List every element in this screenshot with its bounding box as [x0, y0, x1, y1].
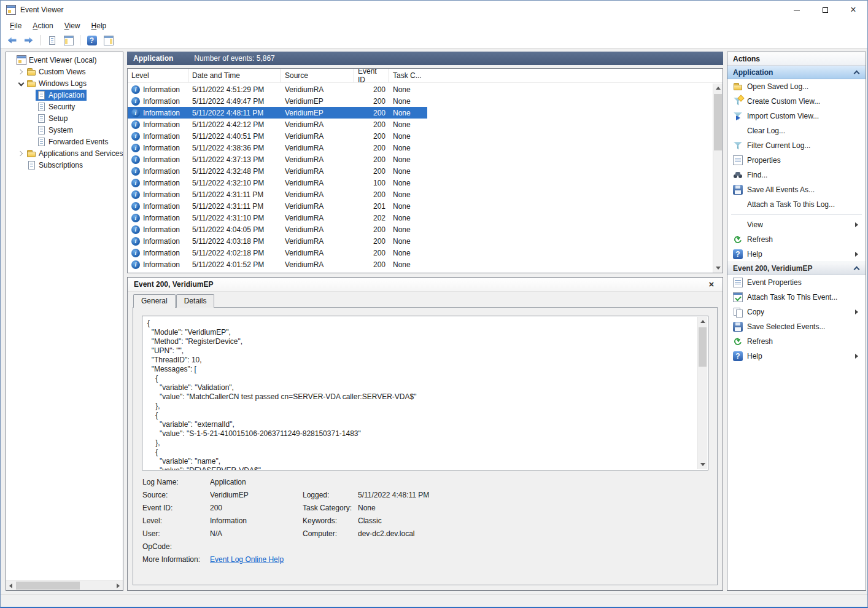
event-row[interactable]: Information5/11/2022 4:01:52 PMVeridiumR…: [128, 259, 427, 270]
tree-item-forwarded-events[interactable]: Forwarded Events: [6, 136, 123, 147]
menu-help[interactable]: Help: [86, 20, 112, 32]
scroll-left-arrow-icon[interactable]: [6, 581, 16, 590]
event-row[interactable]: Information5/11/2022 4:38:36 PMVeridiumR…: [128, 142, 427, 154]
tree-item-windows-logs[interactable]: Windows Logs: [6, 77, 123, 89]
event-row[interactable]: Information5/11/2022 4:03:18 PMVeridiumR…: [128, 235, 427, 247]
tree-item-custom-views[interactable]: Custom Views: [6, 66, 123, 77]
console-tree-button[interactable]: [61, 34, 76, 47]
event-row[interactable]: Information5/11/2022 4:37:13 PMVeridiumR…: [128, 154, 427, 165]
tree-item-application[interactable]: Application: [6, 89, 123, 101]
tree-item-subscriptions[interactable]: Subscriptions: [6, 159, 123, 171]
menu-view[interactable]: View: [59, 20, 86, 32]
action-filter-current-log[interactable]: Filter Current Log...: [727, 138, 866, 153]
action-clear-log[interactable]: Clear Log...: [727, 123, 866, 138]
tree-item-applications-and-services-lo[interactable]: Applications and Services Lo: [6, 147, 123, 159]
back-button[interactable]: [4, 34, 20, 47]
scrollbar-thumb[interactable]: [714, 94, 722, 150]
import-view-icon: [733, 111, 743, 121]
minimize-button[interactable]: [783, 1, 811, 19]
event-row[interactable]: Information5/11/2022 4:40:51 PMVeridiumR…: [128, 130, 427, 142]
action-item-label: Clear Log...: [747, 127, 785, 135]
tree-item-event-viewer-local[interactable]: Event Viewer (Local): [6, 54, 123, 66]
action-attach-task-to-this-event[interactable]: Attach Task To This Event...: [727, 290, 866, 305]
actions-section-application[interactable]: Application: [727, 66, 866, 79]
event-row[interactable]: Information5/11/2022 4:31:10 PMVeridiumR…: [128, 212, 427, 224]
event-row[interactable]: Information5/11/2022 4:31:11 PMVeridiumR…: [128, 200, 427, 212]
scroll-down-arrow-icon[interactable]: [698, 459, 707, 469]
action-attach-a-task-to-this-log[interactable]: Attach a Task To this Log...: [727, 197, 866, 212]
event-list-scrollbar[interactable]: [713, 84, 723, 273]
action-refresh[interactable]: Refresh: [727, 232, 866, 247]
properties-icon: [733, 278, 743, 287]
info-icon: [131, 97, 140, 106]
scrollbar-thumb[interactable]: [16, 582, 80, 590]
event-row[interactable]: Information5/11/2022 4:48:11 PMVeridiumE…: [128, 107, 427, 119]
scroll-right-arrow-icon[interactable]: [113, 581, 123, 590]
action-find[interactable]: Find...: [727, 168, 866, 182]
column-header-task-c[interactable]: Task C...: [389, 69, 427, 82]
action-properties[interactable]: Properties: [727, 153, 866, 168]
close-icon: [850, 5, 856, 15]
help-button[interactable]: [84, 34, 99, 47]
action-event-properties[interactable]: Event Properties: [727, 275, 866, 290]
scrollbar-thumb[interactable]: [699, 327, 707, 367]
event-row[interactable]: Information5/11/2022 4:49:47 PMVeridiumE…: [128, 95, 427, 107]
action-save-all-events-as[interactable]: Save All Events As...: [727, 182, 866, 197]
expander-expanded-icon[interactable]: [18, 80, 24, 87]
tree-item-setup[interactable]: Setup: [6, 112, 123, 124]
menu-file[interactable]: File: [4, 20, 27, 32]
scroll-up-arrow-icon[interactable]: [698, 317, 707, 327]
event-row[interactable]: Information5/11/2022 4:31:11 PMVeridiumR…: [128, 189, 427, 200]
expander-collapsed-icon[interactable]: [18, 150, 24, 157]
tree-item-security[interactable]: Security: [6, 101, 123, 112]
event-row[interactable]: Information5/11/2022 4:04:05 PMVeridiumR…: [128, 224, 427, 235]
event-row[interactable]: Information5/11/2022 4:32:48 PMVeridiumR…: [128, 165, 427, 177]
action-save-selected-events[interactable]: Save Selected Events...: [727, 319, 866, 334]
scroll-down-arrow-icon[interactable]: [713, 263, 723, 273]
close-detail-icon[interactable]: [707, 279, 716, 289]
tree-item-system[interactable]: System: [6, 124, 123, 136]
none-icon: [733, 126, 743, 136]
open-saved-log-button[interactable]: [44, 34, 60, 47]
action-create-custom-view[interactable]: Create Custom View...: [727, 94, 866, 109]
scroll-up-arrow-icon[interactable]: [713, 84, 723, 93]
column-header-event-id[interactable]: Event ID: [354, 69, 389, 82]
action-open-saved-log[interactable]: Open Saved Log...: [727, 79, 866, 94]
collapse-chevron-icon[interactable]: [854, 265, 860, 271]
tab-general[interactable]: General: [133, 294, 176, 308]
console-icon: [17, 55, 26, 65]
detail-tabs: GeneralDetails: [128, 292, 723, 307]
toolbar-separator: [80, 35, 80, 45]
field-label: Task Category:: [303, 504, 358, 513]
expander-collapsed-icon[interactable]: [18, 69, 24, 75]
event-row[interactable]: Information5/11/2022 4:32:10 PMVeridiumR…: [128, 177, 427, 189]
tree-horizontal-scrollbar[interactable]: [6, 580, 123, 590]
action-view[interactable]: View: [727, 217, 866, 232]
level-label: Information: [143, 225, 180, 234]
event-row[interactable]: Information5/11/2022 4:02:18 PMVeridiumR…: [128, 247, 427, 259]
action-pane-button[interactable]: [101, 34, 116, 47]
actions-section-event-200-veridiumep[interactable]: Event 200, VeridiumEP: [727, 262, 866, 275]
maximize-button[interactable]: [811, 1, 839, 19]
action-help[interactable]: Help: [727, 247, 866, 262]
event-row[interactable]: Information5/11/2022 4:51:29 PMVeridiumR…: [128, 84, 427, 95]
description-scrollbar[interactable]: [697, 317, 707, 469]
action-import-custom-view[interactable]: Import Custom View...: [727, 109, 866, 123]
menu-action[interactable]: Action: [27, 20, 58, 32]
action-help[interactable]: Help: [727, 349, 866, 364]
forward-button[interactable]: [21, 34, 36, 47]
tree-item-label: System: [48, 126, 73, 134]
action-refresh[interactable]: Refresh: [727, 334, 866, 349]
expander-spacer: [18, 162, 24, 168]
column-header-source[interactable]: Source: [281, 69, 354, 82]
tab-details[interactable]: Details: [176, 294, 215, 308]
column-header-date-and-time[interactable]: Date and Time: [188, 69, 281, 82]
event-row[interactable]: Information5/11/2022 4:42:12 PMVeridiumR…: [128, 119, 427, 130]
event-log-online-help-link[interactable]: Event Log Online Help: [210, 555, 303, 564]
collapse-chevron-icon[interactable]: [854, 69, 860, 76]
action-copy[interactable]: Copy: [727, 305, 866, 319]
close-button[interactable]: [839, 1, 867, 19]
event-id: 200: [354, 259, 389, 270]
help-icon: [87, 36, 97, 45]
column-header-level[interactable]: Level: [128, 69, 188, 82]
